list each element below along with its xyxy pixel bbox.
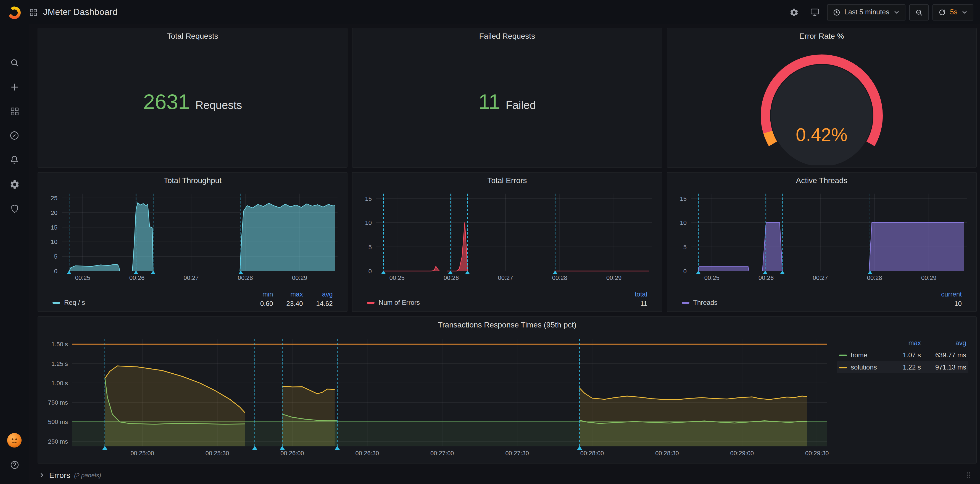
response-times-chart[interactable]: 00:25:0000:25:3000:26:0000:26:3000:27:00… [43, 334, 832, 461]
row-drag-handle-icon[interactable] [966, 471, 971, 479]
legend-max-value: 1.22 s [889, 363, 921, 371]
response-times-legend: max avg home 1.07 s 639.77 ms [837, 332, 976, 463]
panel-title-failed-requests[interactable]: Failed Requests [353, 28, 662, 44]
series-toggle-solutions[interactable]: solutions [839, 363, 889, 371]
series-color-swatch [681, 302, 689, 303]
svg-text:10: 10 [680, 219, 686, 226]
panel-error-rate: Error Rate % 0.42% [667, 28, 977, 168]
gauge-value: 0.42% [667, 125, 976, 145]
legend-calcs: current 10 [941, 291, 962, 308]
bell-icon [9, 154, 20, 165]
gear-icon [789, 8, 799, 17]
svg-text:1.50 s: 1.50 s [51, 341, 68, 348]
panel-title-total-requests[interactable]: Total Requests [38, 28, 347, 44]
total-errors-chart[interactable]: 00:2500:2600:2700:2800:29051015 [356, 189, 658, 284]
help-question-icon [9, 459, 20, 470]
throughput-chart[interactable]: 00:2500:2600:2700:2800:290510152025 [42, 189, 343, 284]
svg-text:00:25: 00:25 [75, 274, 90, 281]
svg-text:00:28:00: 00:28:00 [580, 450, 604, 457]
clock-icon [832, 8, 840, 16]
gear-icon [9, 179, 20, 190]
svg-text:1.25 s: 1.25 s [51, 360, 68, 367]
refresh-button[interactable]: 5s [932, 4, 974, 20]
sidebar-item-help[interactable] [5, 454, 24, 475]
dashboard-grid: Total Requests 2631 Requests Failed Requ… [29, 24, 980, 484]
sidebar-item-configuration[interactable] [5, 174, 24, 195]
svg-text:15: 15 [365, 195, 372, 202]
panel-title-active-threads[interactable]: Active Threads [667, 173, 976, 188]
chevron-down-icon [961, 9, 968, 16]
sidebar-item-server-admin[interactable] [5, 198, 24, 219]
legend-header-avg[interactable]: avg [921, 339, 966, 347]
panel-title-error-rate[interactable]: Error Rate % [667, 28, 976, 44]
svg-text:00:25: 00:25 [390, 274, 405, 281]
svg-text:00:25:30: 00:25:30 [205, 450, 229, 457]
search-icon [9, 57, 20, 68]
active-threads-chart[interactable]: 00:2500:2600:2700:2800:29051015 [671, 189, 972, 284]
series-toggle-home[interactable]: home [839, 351, 889, 359]
dashboard-title-group[interactable]: JMeter Dashboard [29, 7, 118, 17]
calc-value: 0.60 [260, 300, 273, 308]
series-color-swatch [367, 302, 375, 303]
svg-text:0: 0 [369, 268, 372, 275]
svg-text:0: 0 [683, 268, 686, 275]
svg-text:00:28: 00:28 [867, 274, 882, 281]
sidebar-item-profile[interactable] [5, 430, 24, 451]
calc-value: 11 [640, 300, 647, 308]
calc-header[interactable]: max [290, 291, 303, 298]
legend-avg-value: 639.77 ms [921, 351, 966, 359]
panel-title-total-throughput[interactable]: Total Throughput [38, 173, 347, 188]
calc-header[interactable]: min [262, 291, 273, 298]
legend-header-max[interactable]: max [889, 339, 921, 347]
panel-title-response-times[interactable]: Transactions Response Times (95th pct) [38, 317, 976, 332]
grafana-logo[interactable] [0, 5, 29, 19]
svg-text:00:28: 00:28 [238, 274, 253, 281]
navbar: JMeter Dashboard Last 5 minutes [0, 0, 980, 24]
svg-text:10: 10 [365, 219, 372, 226]
time-range-picker[interactable]: Last 5 minutes [827, 4, 905, 20]
panel-active-threads: Active Threads 00:2500:2600:2700:2800:29… [667, 172, 977, 312]
sidebar-item-search[interactable] [5, 52, 24, 73]
calc-value: 23.40 [286, 300, 303, 308]
calc-header[interactable]: total [635, 291, 647, 298]
series-toggle-req-s[interactable]: Req / s [52, 299, 85, 307]
row-label: Errors [49, 471, 70, 479]
calc-value: 10 [954, 300, 962, 308]
svg-text:5: 5 [369, 244, 372, 251]
stat-display: 2631 Requests [38, 44, 347, 167]
panel-total-errors: Total Errors 00:2500:2600:2700:2800:2905… [352, 172, 662, 312]
grafana-app: JMeter Dashboard Last 5 minutes [0, 0, 980, 484]
panel-title-total-errors[interactable]: Total Errors [353, 173, 662, 188]
series-toggle-num-of-errors[interactable]: Num of Errors [367, 299, 420, 307]
error-rate-gauge[interactable]: 0.42% [667, 44, 976, 167]
legend-header-row: max avg [837, 337, 969, 349]
svg-text:00:26:00: 00:26:00 [280, 450, 304, 457]
stat-unit: Failed [506, 99, 536, 112]
svg-text:00:29: 00:29 [921, 274, 936, 281]
sidebar-item-dashboards[interactable] [5, 101, 24, 122]
dashboard-settings-button[interactable] [786, 4, 802, 21]
series-toggle-threads[interactable]: Threads [681, 299, 718, 307]
gauge-arc [671, 45, 972, 165]
legend: Req / s min 0.60 max 23.40 [38, 291, 347, 311]
svg-text:20: 20 [51, 209, 57, 216]
calc-header[interactable]: current [941, 291, 962, 298]
collapsed-row-errors[interactable]: Errors (2 panels) [38, 468, 977, 482]
svg-text:500 ms: 500 ms [48, 419, 68, 425]
stat-value: 2631 [143, 90, 190, 114]
svg-text:00:27: 00:27 [184, 274, 199, 281]
sidebar-item-create[interactable] [5, 76, 24, 97]
zoom-out-time-button[interactable] [909, 4, 929, 20]
svg-text:1.00 s: 1.00 s [51, 380, 68, 387]
calc-header[interactable]: avg [322, 291, 333, 298]
panel-response-times: Transactions Response Times (95th pct) 0… [38, 316, 977, 463]
svg-text:00:29: 00:29 [606, 274, 622, 281]
svg-text:00:25:00: 00:25:00 [130, 450, 154, 457]
row-panel-count: (2 panels) [74, 472, 101, 478]
series-label: Req / s [64, 299, 85, 307]
sidebar-item-explore[interactable] [5, 125, 24, 146]
cycle-view-mode-button[interactable] [806, 4, 823, 21]
svg-text:00:27: 00:27 [498, 274, 513, 281]
sidebar-item-alerting[interactable] [5, 149, 24, 170]
stat-value: 11 [479, 90, 500, 114]
